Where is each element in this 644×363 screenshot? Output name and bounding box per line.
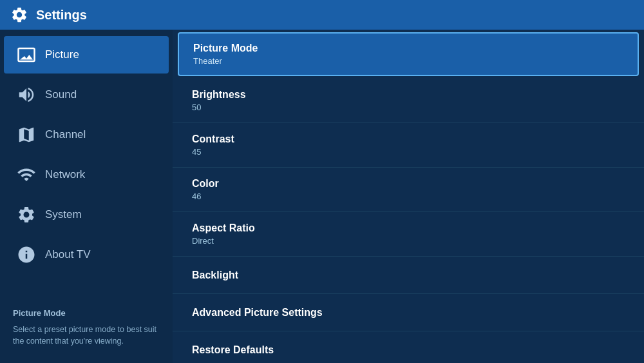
- sidebar: Picture Sound Channel Network: [0, 30, 173, 363]
- sidebar-description: Picture Mode Select a preset picture mod…: [0, 297, 173, 363]
- description-text: Select a preset picture mode to best sui…: [13, 324, 160, 348]
- sidebar-item-about[interactable]: About TV: [4, 236, 169, 273]
- setting-brightness[interactable]: Brightness 50: [173, 79, 644, 123]
- setting-picture-mode[interactable]: Picture Mode Theater: [178, 32, 639, 76]
- setting-contrast-title: Contrast: [192, 133, 625, 145]
- settings-gear-icon: [10, 6, 28, 24]
- setting-brightness-value: 50: [192, 103, 625, 112]
- sidebar-label-network: Network: [45, 168, 85, 181]
- setting-picture-mode-value: Theater: [193, 56, 623, 66]
- setting-restore-defaults[interactable]: Restore Defaults: [173, 331, 644, 363]
- sidebar-item-channel[interactable]: Channel: [4, 116, 169, 153]
- setting-color-title: Color: [192, 178, 625, 190]
- setting-aspect-ratio-title: Aspect Ratio: [192, 222, 625, 234]
- setting-color[interactable]: Color 46: [173, 168, 644, 212]
- setting-advanced-picture[interactable]: Advanced Picture Settings: [173, 294, 644, 331]
- setting-contrast-value: 45: [192, 147, 625, 157]
- description-title: Picture Mode: [13, 307, 160, 320]
- setting-aspect-ratio[interactable]: Aspect Ratio Direct: [173, 212, 644, 257]
- sidebar-item-sound[interactable]: Sound: [4, 76, 169, 113]
- setting-contrast[interactable]: Contrast 45: [173, 123, 644, 168]
- info-icon: [17, 245, 36, 264]
- setting-backlight-title: Backlight: [192, 270, 625, 281]
- channel-icon: [17, 125, 36, 144]
- setting-picture-mode-title: Picture Mode: [193, 43, 623, 54]
- sidebar-item-network[interactable]: Network: [4, 156, 169, 193]
- sidebar-label-sound: Sound: [45, 88, 77, 101]
- setting-restore-defaults-title: Restore Defaults: [192, 344, 625, 356]
- setting-backlight[interactable]: Backlight: [173, 257, 644, 294]
- sidebar-item-picture[interactable]: Picture: [4, 36, 169, 74]
- sidebar-label-system: System: [45, 208, 82, 221]
- setting-color-value: 46: [192, 191, 625, 201]
- setting-advanced-picture-title: Advanced Picture Settings: [192, 307, 625, 319]
- sidebar-label-about: About TV: [45, 248, 91, 261]
- sound-icon: [17, 85, 36, 104]
- network-icon: [17, 165, 36, 184]
- header-title: Settings: [36, 8, 87, 23]
- setting-aspect-ratio-value: Direct: [192, 236, 625, 246]
- sidebar-label-picture: Picture: [45, 48, 79, 61]
- sidebar-label-channel: Channel: [45, 128, 86, 141]
- content-panel: Picture Mode Theater Brightness 50 Contr…: [173, 30, 644, 363]
- settings-header: Settings: [0, 0, 644, 30]
- main-layout: Picture Sound Channel Network: [0, 30, 644, 363]
- picture-icon: [17, 45, 36, 64]
- sidebar-item-system[interactable]: System: [4, 196, 169, 233]
- system-icon: [17, 205, 36, 224]
- setting-brightness-title: Brightness: [192, 89, 625, 101]
